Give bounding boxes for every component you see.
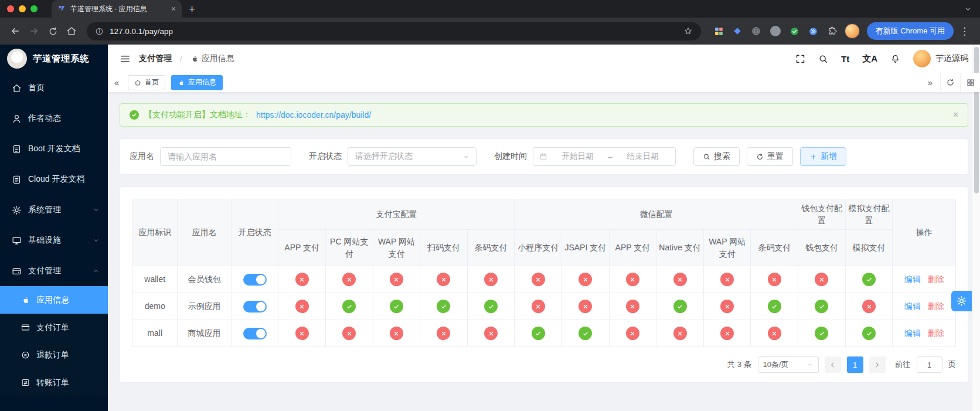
edit-link[interactable]: 编辑 (904, 274, 921, 284)
cross-icon (342, 327, 356, 340)
logo-title: 芋道管理系统 (33, 53, 89, 65)
home-icon[interactable] (62, 22, 81, 40)
alert-close-icon[interactable]: × (953, 110, 958, 120)
layout-grid-icon[interactable] (960, 73, 980, 92)
prev-page-icon[interactable] (825, 356, 841, 373)
search-icon[interactable] (818, 54, 828, 64)
cross-icon (673, 273, 687, 286)
sidebar-item-应用信息[interactable]: 应用信息 (0, 286, 108, 314)
delete-link[interactable]: 删除 (928, 274, 944, 284)
gray-extension-icon[interactable] (770, 26, 781, 36)
window-controls[interactable] (7, 5, 38, 12)
tag-首页[interactable]: 首页 (128, 75, 165, 90)
tab-close-icon[interactable]: × (171, 5, 176, 13)
table-row: demo示例应用编辑删除 (132, 293, 956, 320)
breadcrumb-parent[interactable]: 支付管理 (139, 53, 172, 64)
doc-icon (12, 144, 22, 154)
home-icon (12, 83, 22, 93)
enable-switch[interactable] (243, 274, 267, 286)
minimize-window-button[interactable] (19, 5, 26, 12)
tags-scroll-left-icon[interactable]: « (108, 77, 125, 87)
date-start-placeholder[interactable]: 开始日期 (551, 151, 604, 162)
green-extension-icon[interactable] (790, 26, 799, 36)
add-button[interactable]: 新增 (800, 147, 846, 166)
delete-link[interactable]: 删除 (928, 301, 944, 311)
extensions-puzzle-icon[interactable] (827, 26, 838, 36)
sidebar-item-Cloud 开发文档[interactable]: Cloud 开发文档 (0, 164, 108, 195)
search-button[interactable]: 搜索 (693, 147, 740, 166)
tags-scroll-right-icon[interactable]: » (920, 73, 940, 92)
registered-icon: R (21, 351, 30, 359)
sidebar-item-支付管理[interactable]: 支付管理 (0, 256, 108, 286)
chrome-update-button[interactable]: 有新版 Chrome 可用 (867, 22, 954, 40)
apps-grid-icon[interactable] (714, 26, 724, 36)
edit-link[interactable]: 编辑 (904, 301, 921, 311)
channel-status-cell (609, 320, 656, 347)
sidebar-item-首页[interactable]: 首页 (0, 73, 108, 103)
delete-link[interactable]: 删除 (928, 328, 944, 338)
edit-link[interactable]: 编辑 (904, 328, 921, 338)
sidebar-item-支付订单[interactable]: 支付订单 (0, 314, 108, 341)
next-page-icon[interactable] (869, 356, 886, 373)
back-icon[interactable] (6, 22, 25, 40)
theme-settings-button[interactable] (951, 291, 972, 311)
tab-search-icon[interactable] (964, 5, 972, 13)
sidebar-item-退款订单[interactable]: R退款订单 (0, 341, 108, 369)
page-size-select[interactable]: 10条/页 (758, 356, 819, 373)
enable-switch[interactable] (243, 301, 267, 313)
channel-status-cell (325, 320, 373, 347)
alert-link[interactable]: https://doc.iocoder.cn/pay/build/ (256, 110, 371, 120)
browser-tab[interactable]: 芋道管理系统 - 应用信息 × (52, 0, 182, 18)
bell-icon[interactable] (890, 54, 900, 64)
user-menu[interactable]: 芋道源码 (913, 50, 968, 67)
app-name-cell: 会员钱包 (178, 266, 231, 293)
channel-status-cell (562, 266, 610, 293)
check-icon (437, 300, 450, 313)
scrollbar-thumb[interactable] (974, 47, 979, 193)
sidebar-item-label: Cloud 开发文档 (28, 174, 84, 185)
sidebar-item-作者动态[interactable]: 作者动态 (0, 103, 108, 134)
site-info-icon[interactable] (95, 27, 104, 36)
url-bar[interactable]: 127.0.0.1/pay/app (87, 22, 701, 40)
chevron-down-icon (93, 237, 100, 244)
refresh-page-icon[interactable] (940, 73, 960, 92)
status-select[interactable]: 请选择开启状态 (348, 147, 477, 166)
fullscreen-icon[interactable] (795, 54, 805, 64)
font-size-icon[interactable]: Tt (841, 54, 849, 64)
url-text[interactable]: 127.0.0.1/pay/app (110, 27, 678, 36)
zoom-window-button[interactable] (30, 5, 38, 12)
close-window-button[interactable] (7, 5, 14, 12)
translate-icon[interactable]: 文A (862, 53, 877, 64)
globe-extension-icon[interactable] (751, 26, 761, 36)
enable-switch[interactable] (243, 328, 267, 339)
collapse-menu-icon[interactable] (120, 53, 131, 64)
sidebar-item-基础设施[interactable]: 基础设施 (0, 225, 108, 256)
user-name: 芋道源码 (935, 53, 968, 64)
logo[interactable]: 芋道管理系统 (0, 45, 108, 73)
new-tab-button[interactable]: + (189, 4, 195, 15)
tag-应用信息[interactable]: 应用信息 (171, 75, 223, 90)
sidebar-item-系统管理[interactable]: 系统管理 (0, 195, 108, 225)
date-end-placeholder[interactable]: 结束日期 (616, 151, 669, 162)
page-scrollbar[interactable] (972, 45, 980, 411)
app-name-input[interactable] (160, 147, 291, 166)
date-range-picker[interactable]: 开始日期 – 结束日期 (533, 147, 676, 166)
bookmark-star-icon[interactable] (683, 26, 693, 36)
blue-extension-icon[interactable] (808, 26, 818, 36)
diamond-extension-icon[interactable] (733, 26, 742, 36)
sidebar-item-Boot 开发文档[interactable]: Boot 开发文档 (0, 134, 108, 164)
channel-status-cell (467, 320, 515, 347)
pagination-total: 共 3 条 (727, 359, 751, 370)
goto-page-input[interactable] (917, 356, 942, 373)
reload-icon[interactable] (43, 22, 62, 40)
tag-label: 首页 (145, 77, 159, 87)
sidebar-item-转账订单[interactable]: 转账订单 (0, 369, 108, 396)
current-page-button[interactable]: 1 (847, 356, 863, 373)
browser-menu-icon[interactable]: ⋮ (959, 25, 969, 38)
browser-profile-avatar[interactable] (845, 23, 860, 39)
channel-status-cell (609, 293, 656, 320)
apple-icon (178, 79, 185, 86)
reset-button[interactable]: 重置 (747, 147, 793, 166)
cross-icon (720, 327, 734, 340)
forward-icon[interactable] (25, 22, 43, 40)
